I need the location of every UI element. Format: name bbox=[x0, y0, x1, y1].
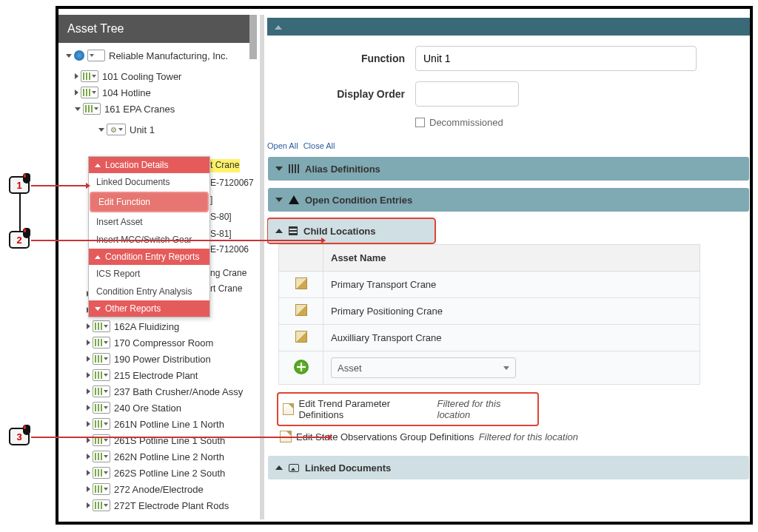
node-menu-icon[interactable] bbox=[93, 418, 110, 430]
tree-node-label: 272 Anode/Electrode bbox=[114, 484, 204, 495]
caret-right-icon[interactable] bbox=[75, 90, 78, 95]
accordion-header-open-condition[interactable]: Open Condition Entries bbox=[268, 188, 749, 212]
tree-node-label: 161 EPA Cranes bbox=[104, 104, 175, 115]
ctx-section-condition-reports[interactable]: Condition Entry Reports bbox=[89, 249, 209, 265]
caret-right-icon[interactable] bbox=[87, 372, 90, 378]
tree-node[interactable]: 170 Compressor Room bbox=[58, 334, 257, 351]
expand-collapse-links: Open All Close All bbox=[267, 138, 750, 156]
caret-right-icon[interactable] bbox=[87, 454, 90, 459]
tree-node-unit[interactable]: ⚙ Unit 1 bbox=[58, 121, 257, 138]
edit-icon[interactable] bbox=[295, 304, 307, 316]
caret-right-icon[interactable] bbox=[87, 405, 90, 411]
caret-down-icon[interactable] bbox=[98, 128, 104, 132]
caret-right-icon[interactable] bbox=[87, 486, 90, 492]
node-menu-icon[interactable] bbox=[93, 402, 110, 414]
tree-node[interactable]: 261N Potline Line 1 North bbox=[58, 416, 257, 432]
add-icon[interactable] bbox=[294, 360, 309, 374]
chevron-up-icon bbox=[275, 229, 283, 233]
tree-node[interactable]: 262S Potline Line 2 South bbox=[58, 465, 257, 481]
chevron-up-icon bbox=[95, 164, 101, 167]
node-menu-icon[interactable] bbox=[93, 337, 110, 349]
callout-3: 3 bbox=[9, 428, 30, 445]
gear-dropdown-icon[interactable]: ⚙ bbox=[107, 124, 126, 135]
accordion-header-linked-docs[interactable]: Linked Documents bbox=[268, 456, 749, 479]
obscured-text: rt Crane bbox=[210, 283, 242, 294]
table-row: Auxilliary Transport Crane bbox=[279, 325, 700, 351]
node-menu-icon[interactable] bbox=[81, 87, 98, 98]
ctx-section-label: Location Details bbox=[105, 160, 168, 170]
tree-node[interactable]: 190 Power Distribution bbox=[58, 351, 257, 367]
tree-node[interactable]: 162A Fluidizing bbox=[58, 318, 257, 334]
node-menu-icon[interactable] bbox=[87, 50, 105, 61]
asset-type-select[interactable]: Asset bbox=[331, 357, 516, 378]
cell-asset-name: Auxilliary Transport Crane bbox=[323, 325, 700, 351]
callout-connector-1-2 bbox=[19, 194, 21, 232]
ctx-section-location-details[interactable]: Location Details bbox=[89, 157, 209, 173]
display-order-input[interactable] bbox=[415, 81, 519, 107]
close-all-link[interactable]: Close All bbox=[303, 141, 335, 150]
caret-down-icon[interactable] bbox=[75, 107, 81, 111]
ctx-item-linked-docs[interactable]: Linked Documents bbox=[89, 173, 209, 191]
node-menu-icon[interactable] bbox=[93, 467, 110, 479]
caret-right-icon[interactable] bbox=[87, 323, 90, 329]
ctx-section-other-reports[interactable]: Other Reports bbox=[89, 300, 209, 317]
tree-node[interactable]: 215 Electrode Plant bbox=[58, 367, 257, 383]
node-menu-icon[interactable] bbox=[93, 451, 110, 462]
caret-right-icon[interactable] bbox=[87, 470, 90, 476]
open-all-link[interactable]: Open All bbox=[267, 141, 298, 150]
label-display-order: Display Order bbox=[267, 88, 415, 100]
tree-node[interactable]: 237 Bath Crusher/Anode Assy bbox=[58, 383, 257, 400]
form-row-display-order: Display Order bbox=[267, 81, 750, 107]
tree-node[interactable]: 272 Anode/Electrode bbox=[58, 481, 257, 497]
edit-icon[interactable] bbox=[295, 331, 307, 343]
edit-trend-link[interactable]: Edit Trend Parameter Definitions Filtere… bbox=[278, 394, 537, 425]
node-menu-icon[interactable] bbox=[93, 353, 110, 365]
obscured-text: S-81] bbox=[210, 229, 232, 239]
node-menu-icon[interactable] bbox=[93, 320, 110, 332]
caret-right-icon[interactable] bbox=[87, 421, 90, 427]
tree-node[interactable]: 262N Potline Line 2 North bbox=[58, 448, 257, 465]
accordion-header-alias[interactable]: Alias Definitions bbox=[268, 157, 749, 181]
ctx-item-condition-analysis[interactable]: Condition Entry Analysis bbox=[89, 283, 209, 300]
table-row: Primary Positioning Crane bbox=[279, 298, 700, 325]
node-menu-icon[interactable] bbox=[83, 103, 101, 115]
chevron-up-icon bbox=[95, 255, 101, 259]
node-menu-icon[interactable] bbox=[93, 483, 110, 495]
node-menu-icon[interactable] bbox=[81, 70, 98, 82]
cell-asset-name: Primary Transport Crane bbox=[323, 272, 700, 298]
tree-node[interactable]: 261S Potline Line 1 South bbox=[58, 432, 257, 448]
node-menu-icon[interactable] bbox=[93, 385, 110, 397]
caret-right-icon[interactable] bbox=[87, 340, 90, 346]
split-divider[interactable] bbox=[260, 15, 264, 519]
tree-root[interactable]: Reliable Manufacturing, Inc. bbox=[58, 47, 257, 64]
decommissioned-checkbox[interactable] bbox=[415, 118, 425, 127]
ctx-item-ics-report[interactable]: ICS Report bbox=[89, 265, 209, 283]
function-input[interactable] bbox=[415, 46, 697, 71]
caret-right-icon[interactable] bbox=[75, 73, 78, 79]
tree-node[interactable]: 272T Electrode Plant Rods bbox=[58, 497, 257, 514]
tree-root-label: Reliable Manufacturing, Inc. bbox=[109, 50, 228, 61]
node-menu-icon[interactable] bbox=[93, 499, 110, 511]
tree-node-label: 101 Cooling Tower bbox=[102, 71, 181, 82]
tree-node[interactable]: 240 Ore Station bbox=[58, 400, 257, 416]
caret-right-icon[interactable] bbox=[87, 437, 90, 443]
ctx-item-edit-function[interactable]: Edit Function bbox=[91, 193, 207, 211]
tree-node[interactable]: 101 Cooling Tower bbox=[58, 68, 257, 84]
edit-state-link[interactable]: Edit State Observations Group Definition… bbox=[278, 426, 749, 447]
section-header-location-info[interactable] bbox=[267, 18, 750, 36]
tree-node-label: 262N Potline Line 2 North bbox=[114, 451, 224, 462]
caret-down-icon[interactable] bbox=[66, 54, 72, 58]
caret-right-icon[interactable] bbox=[87, 356, 90, 362]
ctx-item-insert-asset[interactable]: Insert Asset bbox=[89, 213, 209, 231]
caret-right-icon[interactable] bbox=[87, 388, 90, 394]
image-icon bbox=[289, 464, 299, 472]
node-menu-icon[interactable] bbox=[93, 369, 110, 381]
tree-node-expanded[interactable]: 161 EPA Cranes bbox=[58, 101, 257, 117]
caret-right-icon[interactable] bbox=[87, 502, 90, 508]
accordion-open-condition: Open Condition Entries bbox=[267, 187, 750, 212]
accordion-title: Alias Definitions bbox=[305, 164, 380, 175]
edit-icon[interactable] bbox=[295, 277, 307, 289]
tree-node-label: 170 Compressor Room bbox=[114, 337, 213, 349]
tree-node[interactable]: 104 Hotline bbox=[58, 84, 257, 101]
sidebar-scrollbar[interactable] bbox=[249, 15, 257, 43]
